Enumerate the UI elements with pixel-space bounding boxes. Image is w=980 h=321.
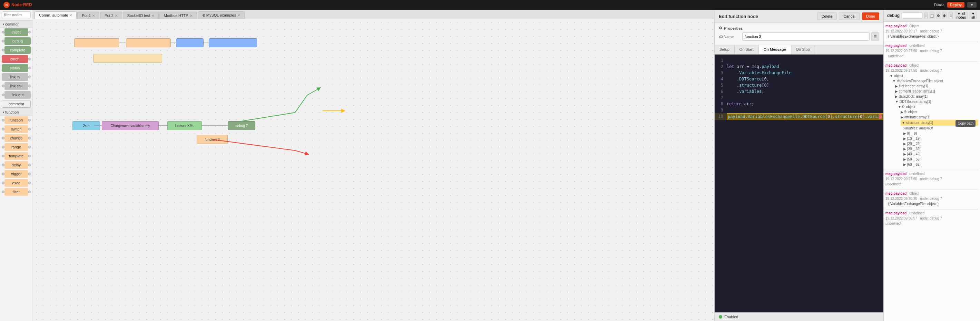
tab-setup[interactable]: Setup <box>714 45 735 54</box>
canvas-node-n1[interactable] <box>74 38 119 47</box>
canvas-node-n5[interactable] <box>93 54 162 63</box>
canvas-node-function3[interactable]: function 3 <box>197 135 228 144</box>
node-label-linkout: link out <box>5 91 31 99</box>
debug-message-6: msg.payload : undefined 19.12.2022 09:30… <box>885 211 978 226</box>
copy-path-button[interactable]: Copy path <box>956 120 975 127</box>
canvas-node-lecture-xml[interactable]: Lecture XML <box>167 121 202 130</box>
debug-info-btn[interactable]: i <box>924 12 928 19</box>
done-button[interactable]: Done <box>862 13 879 20</box>
tab-close-icon[interactable]: ✕ <box>190 14 192 17</box>
debug-filter-all-btn[interactable]: ▼ all <box>970 12 977 19</box>
search-input[interactable] <box>2 11 31 18</box>
sidebar-item-link-out[interactable]: link out <box>2 91 31 99</box>
cancel-button[interactable]: Cancel <box>839 13 859 20</box>
canvas[interactable]: 2s h Chargement variables.my Lecture XML… <box>33 19 714 321</box>
input-port <box>2 173 5 175</box>
sidebar-item-template[interactable]: template <box>2 152 31 160</box>
debug-clear-btn[interactable]: 🗑 <box>942 12 947 19</box>
deploy-options-button[interactable]: ▼ <box>967 2 977 8</box>
node-label-catch: catch <box>2 55 28 63</box>
canvas-connections <box>33 19 714 321</box>
tab-close-icon[interactable]: ✕ <box>69 13 72 17</box>
tab-on-stop[interactable]: On Stop <box>791 45 815 54</box>
output-port <box>28 119 31 121</box>
sidebar-item-trigger[interactable]: trigger <box>2 170 31 178</box>
sidebar-item-debug[interactable]: debug <box>2 37 31 45</box>
tab-on-start[interactable]: On Start <box>735 45 759 54</box>
canvas-node-n3[interactable] <box>176 38 204 47</box>
sidebar-item-status[interactable]: status <box>2 64 31 72</box>
sidebar-item-change[interactable]: change <box>2 134 31 142</box>
code-line-3: 3 .VariablesExchangeFile <box>714 70 883 76</box>
output-port <box>28 181 31 184</box>
tab-label: Comm. automate <box>39 13 68 17</box>
name-options-button[interactable]: ☰ <box>871 32 879 41</box>
sidebar-item-link-call[interactable]: link call <box>2 82 31 90</box>
debug-search-input[interactable] <box>902 13 923 19</box>
sidebar-item-exec[interactable]: exec <box>2 179 31 187</box>
output-port <box>28 146 31 148</box>
tab-modbus-http[interactable]: Modbus HTTP ✕ <box>159 12 197 19</box>
msg-4-value: undefined <box>885 181 978 187</box>
node-label-debug: debug <box>5 37 31 45</box>
node-label-status: status <box>2 64 28 72</box>
status-label: DiAda <box>934 3 945 7</box>
code-line-1: 1 <box>714 57 883 64</box>
debug-message-3: msg.payload : Object 19.12.2022 09:27:50… <box>885 63 978 167</box>
sidebar-item-complete[interactable]: complete <box>2 46 31 54</box>
name-input-row: ☰ <box>742 32 879 41</box>
tab-close-icon[interactable]: ✕ <box>151 14 154 17</box>
canvas-node-debug7[interactable]: debug 7 <box>228 121 255 130</box>
sidebar-section-common[interactable]: ▾ common <box>0 21 32 28</box>
tab-mysql-examples[interactable]: ⊗ MySQL examples ✕ <box>198 11 245 19</box>
sidebar-item-switch[interactable]: switch <box>2 125 31 133</box>
debug-copy-btn[interactable]: 📋 <box>930 12 934 19</box>
tab-close-icon[interactable]: ✕ <box>92 14 95 17</box>
delete-button[interactable]: Delete <box>817 13 837 20</box>
msg-payload-label: msg.payload <box>885 24 907 28</box>
sidebar-item-range[interactable]: range <box>2 143 31 151</box>
debug-settings-btn[interactable]: ⚙ <box>937 12 940 19</box>
debug-tree: ▼ object ▼ VariablesExchangeFile: object… <box>889 73 978 167</box>
debug-filter-nodes-btn[interactable]: ▼ all nodes <box>955 12 967 19</box>
canvas-node-2sh[interactable]: 2s h <box>72 121 100 130</box>
canvas-node-n2[interactable] <box>126 38 171 47</box>
tab-socketio[interactable]: SocketIO test ✕ <box>123 12 159 19</box>
tab-on-message[interactable]: On Message <box>759 45 791 54</box>
debug-panel: debug i 📋 ⚙ 🗑 ⏸ ▼ all nodes ▼ all msg.pa… <box>883 10 980 321</box>
sidebar-item-filter[interactable]: filter <box>2 188 31 196</box>
sidebar-item-comment[interactable]: comment <box>2 100 31 108</box>
node-label-delay: delay <box>5 161 28 169</box>
tab-pot2[interactable]: Pot 2 ✕ <box>100 12 122 19</box>
enabled-dot <box>719 315 722 319</box>
sidebar-item-link-in[interactable]: link in <box>2 73 31 81</box>
name-input[interactable] <box>742 32 870 41</box>
sidebar-section-function[interactable]: ▾ function <box>0 108 32 116</box>
tab-close-icon[interactable]: ✕ <box>115 14 118 17</box>
code-line-5: 5 .structure[0] <box>714 82 883 88</box>
sidebar-item-function[interactable]: function <box>2 116 31 124</box>
node-label-template: template <box>5 152 28 160</box>
tab-close-icon[interactable]: ✕ <box>237 13 240 17</box>
input-port <box>2 40 5 43</box>
name-property-row: 🏷 Name ☰ <box>719 32 879 41</box>
settings-icon: ⚙ <box>719 26 722 30</box>
sidebar-item-delay[interactable]: delay <box>2 161 31 169</box>
canvas-node-n4[interactable] <box>209 38 257 47</box>
output-port <box>28 67 31 69</box>
node-label-range: range <box>5 143 28 151</box>
input-port <box>2 84 5 87</box>
tab-comm-automate[interactable]: Comm. automate ✕ <box>35 11 76 19</box>
sidebar-item-inject[interactable]: inject <box>2 28 31 36</box>
deploy-button[interactable]: Deploy <box>947 2 964 8</box>
code-editor[interactable]: 1 2 let arr = msg.payload 3 .VariablesEx… <box>714 54 883 312</box>
debug-header: debug i 📋 ⚙ 🗑 ⏸ ▼ all nodes ▼ all <box>884 10 980 22</box>
tab-label: Pot 1 <box>82 13 91 17</box>
sidebar-item-catch[interactable]: catch <box>2 55 31 63</box>
msg-payload-label-2: msg.payload <box>885 44 907 48</box>
tab-pot1[interactable]: Pot 1 ✕ <box>77 12 99 19</box>
debug-pause-btn[interactable]: ⏸ <box>948 12 953 19</box>
debug-message-1: msg.payload : Object 19.12.2022 09:26:17… <box>885 24 978 39</box>
canvas-node-chargement[interactable]: Chargement variables.my <box>102 121 159 130</box>
sidebar-search-area <box>0 10 32 21</box>
